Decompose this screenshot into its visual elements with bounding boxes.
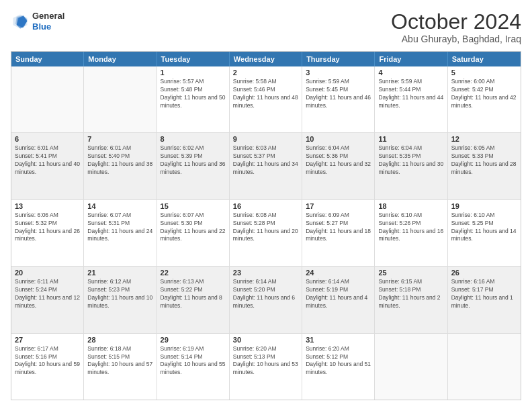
- calendar-row-2: 6Sunrise: 6:01 AM Sunset: 5:41 PM Daylig…: [11, 132, 521, 199]
- header-wednesday: Wednesday: [230, 52, 302, 66]
- cal-cell-3-6: 18Sunrise: 6:10 AM Sunset: 5:26 PM Dayli…: [375, 200, 447, 266]
- cal-cell-5-3: 29Sunrise: 6:19 AM Sunset: 5:14 PM Dayli…: [157, 334, 230, 400]
- cell-info: Sunrise: 6:17 AM Sunset: 5:16 PM Dayligh…: [15, 345, 80, 377]
- cal-cell-3-4: 16Sunrise: 6:08 AM Sunset: 5:28 PM Dayli…: [230, 200, 302, 266]
- cal-cell-1-1: [11, 66, 84, 132]
- cal-cell-4-5: 24Sunrise: 6:14 AM Sunset: 5:19 PM Dayli…: [302, 267, 375, 332]
- day-number: 22: [161, 269, 226, 277]
- day-number: 3: [306, 68, 371, 77]
- cal-cell-5-5: 31Sunrise: 6:20 AM Sunset: 5:12 PM Dayli…: [302, 334, 375, 400]
- cal-cell-2-5: 10Sunrise: 6:04 AM Sunset: 5:36 PM Dayli…: [302, 133, 375, 199]
- day-number: 19: [451, 202, 517, 210]
- cal-cell-2-2: 7Sunrise: 6:01 AM Sunset: 5:40 PM Daylig…: [84, 133, 157, 199]
- day-number: 4: [378, 68, 443, 77]
- day-number: 6: [15, 135, 80, 143]
- calendar: Sunday Monday Tuesday Wednesday Thursday…: [11, 51, 521, 400]
- day-number: 14: [87, 202, 152, 210]
- cell-info: Sunrise: 6:11 AM Sunset: 5:24 PM Dayligh…: [15, 278, 80, 310]
- day-number: 12: [451, 135, 517, 143]
- day-number: 23: [233, 269, 298, 277]
- cal-cell-2-6: 11Sunrise: 6:04 AM Sunset: 5:35 PM Dayli…: [375, 133, 447, 199]
- cell-info: Sunrise: 6:07 AM Sunset: 5:30 PM Dayligh…: [161, 212, 226, 244]
- cal-cell-3-3: 15Sunrise: 6:07 AM Sunset: 5:30 PM Dayli…: [157, 200, 230, 266]
- cell-info: Sunrise: 5:57 AM Sunset: 5:48 PM Dayligh…: [161, 78, 226, 110]
- cell-info: Sunrise: 6:05 AM Sunset: 5:33 PM Dayligh…: [451, 144, 517, 177]
- cal-cell-3-2: 14Sunrise: 6:07 AM Sunset: 5:31 PM Dayli…: [84, 200, 157, 266]
- day-number: 20: [15, 269, 80, 277]
- day-number: 25: [378, 269, 443, 277]
- logo-text: General Blue: [32, 11, 64, 32]
- cal-cell-5-7: [448, 334, 521, 400]
- cell-info: Sunrise: 5:58 AM Sunset: 5:46 PM Dayligh…: [233, 78, 298, 110]
- calendar-row-3: 13Sunrise: 6:06 AM Sunset: 5:32 PM Dayli…: [11, 199, 521, 266]
- header-saturday: Saturday: [448, 52, 521, 66]
- day-number: 18: [378, 202, 443, 210]
- cell-info: Sunrise: 5:59 AM Sunset: 5:45 PM Dayligh…: [306, 78, 371, 110]
- cal-cell-4-7: 26Sunrise: 6:16 AM Sunset: 5:17 PM Dayli…: [448, 267, 521, 332]
- header-monday: Monday: [84, 52, 157, 66]
- cal-cell-3-5: 17Sunrise: 6:09 AM Sunset: 5:27 PM Dayli…: [302, 200, 375, 266]
- day-number: 31: [306, 336, 371, 344]
- day-number: 21: [87, 269, 152, 277]
- day-number: 2: [233, 68, 298, 77]
- cell-info: Sunrise: 6:04 AM Sunset: 5:35 PM Dayligh…: [378, 144, 443, 177]
- cal-cell-3-1: 13Sunrise: 6:06 AM Sunset: 5:32 PM Dayli…: [11, 200, 84, 266]
- cell-info: Sunrise: 6:06 AM Sunset: 5:32 PM Dayligh…: [15, 212, 80, 244]
- calendar-row-5: 27Sunrise: 6:17 AM Sunset: 5:16 PM Dayli…: [11, 333, 521, 400]
- cell-info: Sunrise: 6:07 AM Sunset: 5:31 PM Dayligh…: [87, 212, 152, 244]
- cal-cell-5-4: 30Sunrise: 6:20 AM Sunset: 5:13 PM Dayli…: [230, 334, 302, 400]
- day-number: 26: [451, 269, 517, 277]
- cal-cell-5-2: 28Sunrise: 6:18 AM Sunset: 5:15 PM Dayli…: [84, 334, 157, 400]
- logo-general: General: [32, 11, 64, 21]
- cal-cell-4-2: 21Sunrise: 6:12 AM Sunset: 5:23 PM Dayli…: [84, 267, 157, 332]
- day-number: 8: [161, 135, 226, 143]
- calendar-row-1: 1Sunrise: 5:57 AM Sunset: 5:48 PM Daylig…: [11, 66, 521, 132]
- cal-cell-1-3: 1Sunrise: 5:57 AM Sunset: 5:48 PM Daylig…: [157, 66, 230, 132]
- day-number: 7: [87, 135, 152, 143]
- cal-cell-5-1: 27Sunrise: 6:17 AM Sunset: 5:16 PM Dayli…: [11, 334, 84, 400]
- day-number: 13: [15, 202, 80, 210]
- cell-info: Sunrise: 6:16 AM Sunset: 5:17 PM Dayligh…: [451, 278, 517, 310]
- cal-cell-2-3: 8Sunrise: 6:02 AM Sunset: 5:39 PM Daylig…: [157, 133, 230, 199]
- cal-cell-1-2: [84, 66, 157, 132]
- day-number: 17: [306, 202, 371, 210]
- cal-cell-2-7: 12Sunrise: 6:05 AM Sunset: 5:33 PM Dayli…: [448, 133, 521, 199]
- title-block: October 2024 Abu Ghurayb, Baghdad, Iraq: [391, 11, 521, 44]
- location: Abu Ghurayb, Baghdad, Iraq: [391, 34, 521, 44]
- cal-cell-2-4: 9Sunrise: 6:03 AM Sunset: 5:37 PM Daylig…: [230, 133, 302, 199]
- day-number: 30: [233, 336, 298, 344]
- day-number: 1: [161, 68, 226, 77]
- cell-info: Sunrise: 6:08 AM Sunset: 5:28 PM Dayligh…: [233, 212, 298, 244]
- header-tuesday: Tuesday: [157, 52, 230, 66]
- calendar-header: Sunday Monday Tuesday Wednesday Thursday…: [11, 52, 521, 66]
- day-number: 16: [233, 202, 298, 210]
- day-number: 27: [15, 336, 80, 344]
- logo: General Blue: [11, 11, 64, 32]
- day-number: 11: [378, 135, 443, 143]
- day-number: 15: [161, 202, 226, 210]
- day-number: 5: [451, 68, 517, 77]
- logo-icon: [11, 12, 30, 31]
- cal-cell-4-4: 23Sunrise: 6:14 AM Sunset: 5:20 PM Dayli…: [230, 267, 302, 332]
- header-sunday: Sunday: [11, 52, 84, 66]
- cell-info: Sunrise: 6:01 AM Sunset: 5:40 PM Dayligh…: [87, 144, 152, 177]
- cell-info: Sunrise: 6:14 AM Sunset: 5:19 PM Dayligh…: [306, 278, 371, 310]
- calendar-row-4: 20Sunrise: 6:11 AM Sunset: 5:24 PM Dayli…: [11, 266, 521, 332]
- cal-cell-1-4: 2Sunrise: 5:58 AM Sunset: 5:46 PM Daylig…: [230, 66, 302, 132]
- day-number: 9: [233, 135, 298, 143]
- cell-info: Sunrise: 6:18 AM Sunset: 5:15 PM Dayligh…: [87, 345, 152, 377]
- page: General Blue October 2024 Abu Ghurayb, B…: [0, 0, 532, 411]
- day-number: 28: [87, 336, 152, 344]
- cal-cell-1-5: 3Sunrise: 5:59 AM Sunset: 5:45 PM Daylig…: [302, 66, 375, 132]
- calendar-body: 1Sunrise: 5:57 AM Sunset: 5:48 PM Daylig…: [11, 66, 521, 400]
- header: General Blue October 2024 Abu Ghurayb, B…: [11, 11, 521, 44]
- cell-info: Sunrise: 6:10 AM Sunset: 5:26 PM Dayligh…: [378, 212, 443, 244]
- cell-info: Sunrise: 6:02 AM Sunset: 5:39 PM Dayligh…: [161, 144, 226, 177]
- cell-info: Sunrise: 6:09 AM Sunset: 5:27 PM Dayligh…: [306, 212, 371, 244]
- cal-cell-4-6: 25Sunrise: 6:15 AM Sunset: 5:18 PM Dayli…: [375, 267, 447, 332]
- cell-info: Sunrise: 6:20 AM Sunset: 5:13 PM Dayligh…: [233, 345, 298, 377]
- cell-info: Sunrise: 6:03 AM Sunset: 5:37 PM Dayligh…: [233, 144, 298, 177]
- cal-cell-4-3: 22Sunrise: 6:13 AM Sunset: 5:22 PM Dayli…: [157, 267, 230, 332]
- cell-info: Sunrise: 6:10 AM Sunset: 5:25 PM Dayligh…: [451, 212, 517, 244]
- cal-cell-1-6: 4Sunrise: 5:59 AM Sunset: 5:44 PM Daylig…: [375, 66, 447, 132]
